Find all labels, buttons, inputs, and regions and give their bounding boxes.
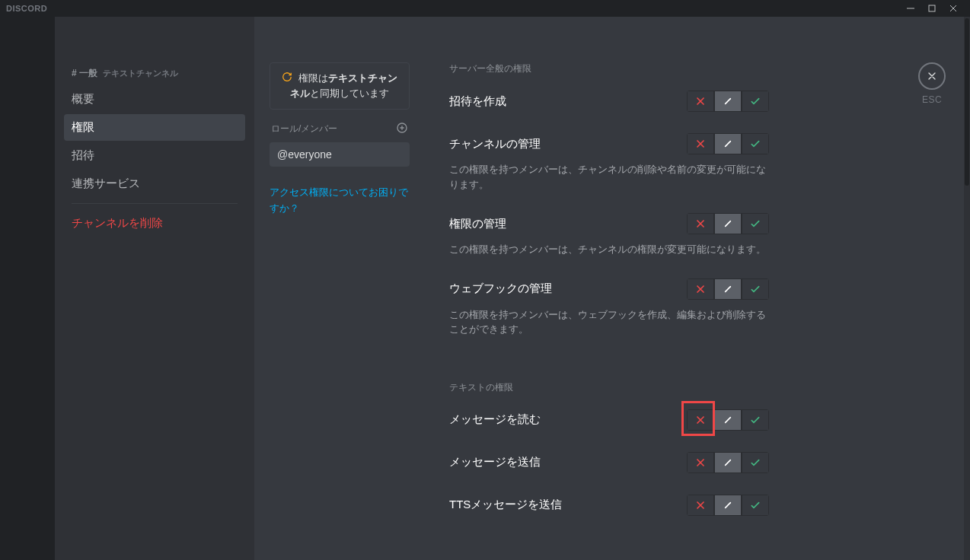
toggle-allow[interactable]	[742, 409, 769, 431]
permission-sync-notice: 権限はテキストチャンネルと同期しています	[270, 62, 410, 110]
window-maximize-button[interactable]	[921, 0, 943, 17]
toggle-manage-permissions	[687, 213, 769, 234]
roles-members-label: ロール/メンバー	[271, 123, 337, 135]
close-settings-area: ESC	[918, 62, 946, 105]
toggle-deny[interactable]	[687, 133, 714, 154]
perm-manage-webhooks: ウェブフックの管理 この権限を持つメンバーは、ウェブフックを作成、編集および削除…	[449, 278, 769, 337]
toggle-allow[interactable]	[742, 278, 769, 300]
brand-wordmark: DISCORD	[6, 4, 47, 13]
perm-send-messages: メッセージを送信	[449, 452, 769, 473]
toggle-passthrough[interactable]	[714, 278, 742, 300]
sidebar-channel-header: # 一般 テキストチャンネル	[64, 62, 245, 84]
toggle-passthrough[interactable]	[714, 91, 742, 112]
permissions-list: サーバー全般の権限 招待を作成 チャンネルの管理	[419, 17, 799, 560]
toggle-allow[interactable]	[742, 495, 769, 516]
sidebar-separator	[72, 203, 238, 204]
titlebar: DISCORD	[0, 0, 970, 17]
section-server-permissions: サーバー全般の権限	[449, 62, 769, 75]
server-rail	[0, 17, 55, 560]
perm-read-messages: メッセージを読む	[449, 409, 769, 431]
toggle-deny[interactable]	[687, 452, 714, 473]
toggle-send-tts	[687, 495, 769, 516]
sidebar-item-delete-channel[interactable]: チャンネルを削除	[64, 210, 245, 237]
perm-create-invite: 招待を作成	[449, 91, 769, 112]
sync-icon	[282, 72, 292, 87]
toggle-deny[interactable]	[687, 409, 714, 431]
sidebar-item-permissions[interactable]: 権限	[64, 114, 245, 141]
close-settings-label: ESC	[918, 94, 946, 105]
toggle-manage-channel	[687, 133, 769, 154]
sidebar-item-integrations[interactable]: 連携サービス	[64, 170, 245, 197]
perm-send-tts: TTSメッセージを送信	[449, 495, 769, 516]
roles-column: 権限はテキストチャンネルと同期しています ロール/メンバー @everyone …	[254, 17, 419, 560]
section-text-permissions: テキストの権限	[449, 381, 769, 394]
toggle-send-messages	[687, 452, 769, 473]
toggle-create-invite	[687, 91, 769, 112]
toggle-passthrough[interactable]	[714, 213, 742, 234]
toggle-read-messages	[687, 409, 769, 431]
toggle-allow[interactable]	[742, 213, 769, 234]
scrollbar-thumb[interactable]	[965, 18, 969, 186]
toggle-deny[interactable]	[687, 91, 714, 112]
toggle-manage-webhooks	[687, 278, 769, 300]
add-role-button[interactable]	[396, 122, 408, 136]
toggle-allow[interactable]	[742, 133, 769, 154]
scrollbar[interactable]	[964, 17, 970, 560]
toggle-deny[interactable]	[687, 495, 714, 516]
svg-rect-0	[929, 5, 935, 11]
permissions-help-link[interactable]: アクセス権限についてお困りですか？	[270, 185, 410, 217]
settings-sidebar: # 一般 テキストチャンネル 概要 権限 招待 連携サービス チャンネルを削除	[55, 17, 254, 560]
toggle-passthrough[interactable]	[714, 133, 742, 154]
toggle-allow[interactable]	[742, 91, 769, 112]
toggle-passthrough[interactable]	[714, 409, 742, 431]
role-item-everyone[interactable]: @everyone	[270, 142, 410, 167]
window-minimize-button[interactable]	[900, 0, 921, 17]
settings-content: 権限はテキストチャンネルと同期しています ロール/メンバー @everyone …	[254, 17, 970, 560]
toggle-passthrough[interactable]	[714, 495, 742, 516]
toggle-deny[interactable]	[687, 278, 714, 300]
toggle-deny[interactable]	[687, 213, 714, 234]
sidebar-item-overview[interactable]: 概要	[64, 86, 245, 113]
sidebar-item-invites[interactable]: 招待	[64, 142, 245, 169]
toggle-allow[interactable]	[742, 452, 769, 473]
close-settings-button[interactable]	[918, 62, 946, 90]
window-close-button[interactable]	[943, 0, 964, 17]
perm-manage-permissions: 権限の管理 この権限を持つメンバーは、チャンネルの権限が変更可能になります。	[449, 213, 769, 257]
perm-manage-channel: チャンネルの管理 この権限を持つメンバーは、チャンネルの削除や名前の変更が可能に…	[449, 133, 769, 192]
toggle-passthrough[interactable]	[714, 452, 742, 473]
